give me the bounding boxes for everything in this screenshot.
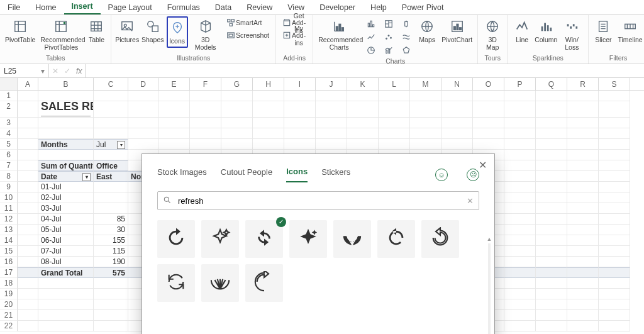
cell[interactable] (316, 118, 347, 128)
cell[interactable] (504, 91, 536, 101)
cell[interactable] (567, 257, 599, 267)
fx-icon[interactable]: fx (76, 67, 82, 75)
chart-stat-button[interactable] (399, 18, 414, 30)
row-header[interactable]: 10 (0, 192, 18, 203)
row-header[interactable]: 12 (0, 214, 18, 225)
cell[interactable] (18, 150, 38, 160)
cell[interactable] (18, 321, 38, 331)
row-header[interactable]: 17 (0, 267, 18, 278)
close-icon[interactable]: ✕ (479, 159, 487, 171)
cell[interactable] (536, 171, 567, 182)
cell[interactable] (410, 101, 441, 118)
cell[interactable] (441, 91, 473, 101)
cell[interactable]: 155 (94, 235, 128, 246)
cell[interactable] (94, 203, 128, 214)
cell[interactable] (38, 118, 94, 128)
cell[interactable]: 30 (94, 225, 128, 235)
icon-option-fan-outline[interactable] (201, 264, 239, 302)
cell[interactable] (94, 289, 128, 299)
cell[interactable] (504, 267, 536, 278)
column-header[interactable]: M (410, 78, 441, 90)
cell[interactable] (316, 139, 347, 150)
cell[interactable] (284, 128, 316, 139)
cell[interactable] (379, 139, 410, 150)
cell[interactable]: 575 (94, 267, 128, 278)
column-header[interactable]: P (504, 78, 536, 90)
select-all-corner[interactable] (0, 78, 18, 90)
cell[interactable] (18, 257, 38, 267)
row-header[interactable]: 13 (0, 225, 18, 235)
cell[interactable] (504, 310, 536, 321)
cell[interactable] (18, 203, 38, 214)
cell[interactable] (38, 150, 94, 160)
cell[interactable] (158, 128, 190, 139)
cell[interactable] (536, 160, 567, 171)
column-header[interactable]: Q (536, 78, 567, 90)
cell[interactable]: Date▾ (38, 171, 94, 182)
chart-line-button[interactable] (364, 31, 379, 43)
cell[interactable]: 115 (94, 246, 128, 257)
cell[interactable] (190, 139, 221, 150)
cell[interactable] (599, 257, 630, 267)
cell[interactable] (504, 225, 536, 235)
cell[interactable] (284, 101, 316, 118)
dialog-tab-cutout-people[interactable]: Cutout People (221, 167, 272, 182)
cell[interactable] (504, 160, 536, 171)
formula-input[interactable] (86, 64, 644, 77)
cell[interactable] (567, 118, 599, 128)
cell[interactable] (567, 101, 599, 118)
cell[interactable] (599, 321, 630, 331)
cell[interactable] (38, 278, 94, 289)
column-header[interactable]: D (128, 78, 158, 90)
row-header[interactable]: 14 (0, 235, 18, 246)
cell[interactable] (473, 139, 504, 150)
dialog-tab-icons[interactable]: Icons (286, 167, 308, 182)
cell[interactable] (504, 321, 536, 331)
ribbon-tab-help[interactable]: Help (363, 1, 394, 14)
column-header[interactable]: S (599, 78, 630, 90)
cell[interactable] (190, 128, 221, 139)
row-header[interactable]: 21 (0, 310, 18, 321)
cell[interactable] (473, 128, 504, 139)
cell[interactable] (18, 192, 38, 203)
cell[interactable] (18, 139, 38, 150)
shapes-button[interactable]: Shapes (142, 16, 164, 45)
cell[interactable] (536, 214, 567, 225)
recommended-pivottables-button[interactable]: Recommended PivotTables (39, 16, 83, 52)
cell[interactable] (94, 310, 128, 321)
cell[interactable] (410, 91, 441, 101)
chart-column-button[interactable] (364, 18, 379, 30)
cell[interactable]: Office▾ (94, 160, 128, 171)
screenshot-button[interactable]: Screenshot (223, 29, 272, 42)
dialog-tab-stock-images[interactable]: Stock Images (157, 167, 207, 182)
sparkline-column-button[interactable]: Column (535, 16, 557, 45)
feedback-happy-icon[interactable]: ☺ (435, 169, 448, 181)
3d-models-button[interactable]: 3D Models (191, 16, 221, 52)
cell[interactable] (567, 214, 599, 225)
row-header[interactable]: 8 (0, 171, 18, 182)
cell[interactable] (567, 278, 599, 289)
cell[interactable] (316, 128, 347, 139)
cell[interactable] (536, 299, 567, 310)
column-header[interactable]: J (316, 78, 347, 90)
cell[interactable] (567, 246, 599, 257)
cell[interactable] (347, 128, 379, 139)
row-header[interactable]: 9 (0, 182, 18, 192)
name-box[interactable]: L25▾ (0, 64, 49, 77)
cell[interactable] (38, 289, 94, 299)
cell[interactable] (94, 182, 128, 192)
cell[interactable] (567, 192, 599, 203)
filter-icon[interactable]: ▾ (82, 173, 91, 181)
cell[interactable] (379, 128, 410, 139)
row-header[interactable]: 11 (0, 203, 18, 214)
column-header[interactable]: B (38, 78, 94, 90)
chart-hierarchy-button[interactable] (381, 18, 396, 30)
cell[interactable] (536, 257, 567, 267)
cell[interactable] (599, 128, 630, 139)
cell[interactable] (284, 118, 316, 128)
filter-icon[interactable]: ▾ (117, 141, 125, 149)
cell[interactable] (567, 182, 599, 192)
cell[interactable]: East (94, 171, 128, 182)
cell[interactable] (253, 91, 284, 101)
ribbon-tab-data[interactable]: Data (208, 1, 239, 14)
